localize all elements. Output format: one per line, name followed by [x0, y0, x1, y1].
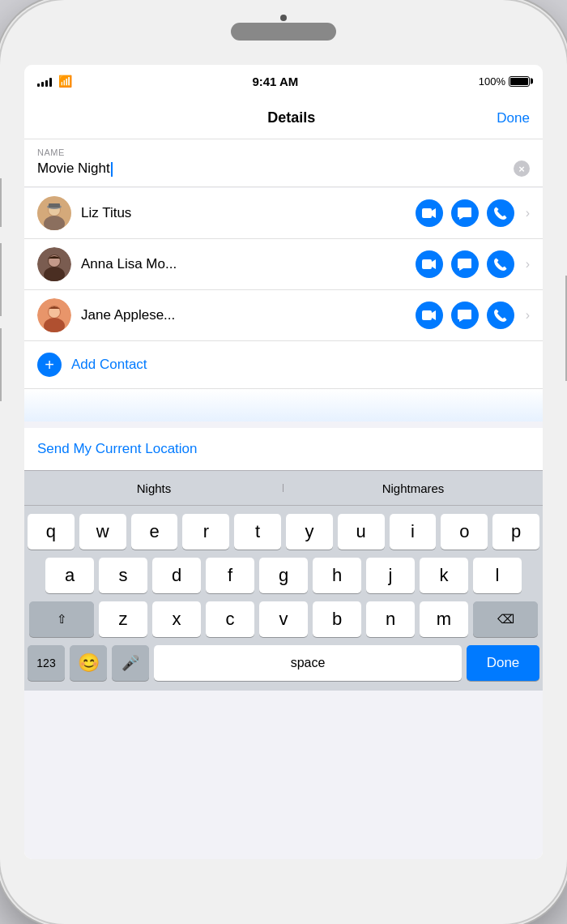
chevron-right-icon: › [526, 257, 530, 272]
key-j[interactable]: j [366, 558, 415, 593]
autocomplete-bar: Nights Nightmares [24, 470, 543, 506]
contact-name: Liz Titus [81, 205, 416, 221]
name-input[interactable]: Movie Night [37, 160, 113, 177]
key-o[interactable]: o [441, 514, 488, 550]
keyboard-done-button[interactable]: Done [467, 645, 539, 681]
key-i[interactable]: i [390, 514, 437, 550]
clear-button[interactable]: × [514, 160, 530, 177]
key-123[interactable]: 123 [28, 645, 65, 681]
add-contact-row[interactable]: + Add Contact [24, 341, 543, 389]
phone-call-button[interactable] [487, 302, 514, 329]
message-button[interactable] [451, 250, 479, 278]
nav-done-button[interactable]: Done [497, 110, 530, 126]
video-call-button[interactable] [416, 250, 443, 278]
message-button[interactable] [451, 199, 479, 227]
key-v[interactable]: v [259, 601, 308, 637]
key-c[interactable]: c [206, 601, 254, 637]
volume-down-button [0, 328, 2, 401]
speaker [231, 23, 336, 41]
autocomplete-item[interactable]: Nights [24, 481, 284, 495]
content-area: NAME Movie Night × [24, 139, 543, 859]
signal-bar-4 [49, 78, 52, 87]
message-button[interactable] [451, 302, 479, 329]
contact-actions: › [416, 250, 530, 278]
keyboard-bottom-row: 123 😊 🎤 space Done [28, 645, 539, 681]
add-plus-icon: + [37, 353, 62, 377]
key-t[interactable]: t [234, 514, 281, 550]
key-r[interactable]: r [182, 514, 229, 550]
chevron-right-icon: › [526, 206, 530, 220]
emoji-key[interactable]: 😊 [70, 645, 107, 681]
svg-rect-12 [422, 259, 432, 269]
key-z[interactable]: z [99, 601, 147, 637]
screen: 📶 9:41 AM 100% Details Done NAME [24, 65, 543, 859]
key-e[interactable]: e [131, 514, 178, 550]
svg-marker-13 [432, 259, 436, 269]
video-call-button[interactable] [416, 199, 443, 227]
svg-rect-18 [422, 310, 432, 320]
battery-icon [509, 76, 530, 87]
key-a[interactable]: a [45, 558, 94, 593]
keyboard: q w e r t y u i o p a s d f g [24, 506, 543, 691]
key-f[interactable]: f [206, 558, 254, 593]
keyboard-row-2: a s d f g h j k l [28, 558, 539, 593]
key-x[interactable]: x [152, 601, 201, 637]
key-y[interactable]: y [286, 514, 333, 550]
phone-frame: 📶 9:41 AM 100% Details Done NAME [0, 0, 567, 924]
svg-rect-6 [422, 208, 432, 218]
battery-percent: 100% [479, 75, 505, 88]
svg-marker-7 [432, 208, 436, 218]
key-n[interactable]: n [366, 601, 415, 637]
svg-marker-19 [432, 310, 436, 320]
chevron-right-icon: › [526, 308, 530, 323]
key-q[interactable]: q [28, 514, 75, 550]
key-k[interactable]: k [420, 558, 468, 593]
location-link[interactable]: Send My Current Location [37, 441, 198, 456]
add-contact-label: Add Contact [71, 357, 147, 373]
contact-name: Jane Applese... [81, 307, 416, 323]
status-bar: 📶 9:41 AM 100% [24, 65, 543, 97]
space-key[interactable]: space [154, 645, 462, 681]
contact-actions: › [416, 199, 530, 227]
shift-key[interactable]: ⇧ [29, 601, 94, 637]
contact-name: Anna Lisa Mo... [81, 256, 416, 272]
text-cursor [111, 162, 113, 177]
keyboard-row-1: q w e r t y u i o p [28, 514, 539, 550]
key-w[interactable]: w [79, 514, 126, 550]
gradient-overlay [24, 389, 543, 421]
contact-row[interactable]: Liz Titus [24, 188, 543, 239]
name-section: NAME Movie Night × [24, 139, 543, 187]
key-p[interactable]: p [492, 514, 539, 550]
phone-call-button[interactable] [487, 199, 514, 227]
avatar [37, 247, 71, 281]
contact-actions: › [416, 302, 530, 329]
key-g[interactable]: g [259, 558, 308, 593]
key-u[interactable]: u [338, 514, 385, 550]
mic-key[interactable]: 🎤 [112, 645, 149, 681]
svg-rect-5 [49, 203, 60, 207]
nav-bar: Details Done [24, 97, 543, 139]
key-b[interactable]: b [313, 601, 361, 637]
signal-bar-1 [37, 83, 40, 87]
location-section[interactable]: Send My Current Location [24, 428, 543, 470]
volume-up-button [0, 243, 2, 316]
autocomplete-item[interactable]: Nightmares [284, 481, 543, 495]
key-s[interactable]: s [99, 558, 147, 593]
contact-row[interactable]: Anna Lisa Mo... [24, 239, 543, 290]
avatar [37, 298, 71, 332]
name-field-label: NAME [37, 148, 530, 157]
video-call-button[interactable] [416, 302, 443, 329]
key-h[interactable]: h [313, 558, 361, 593]
mute-button [0, 178, 2, 227]
key-l[interactable]: l [473, 558, 522, 593]
backspace-key[interactable]: ⌫ [473, 601, 538, 637]
key-d[interactable]: d [152, 558, 201, 593]
signal-bars [37, 75, 52, 87]
status-left: 📶 [37, 75, 72, 88]
key-m[interactable]: m [420, 601, 468, 637]
contact-row[interactable]: Jane Applese... [24, 290, 543, 341]
status-right: 100% [479, 75, 530, 88]
phone-call-button[interactable] [487, 250, 514, 278]
signal-bar-2 [41, 82, 44, 87]
avatar [37, 196, 71, 230]
